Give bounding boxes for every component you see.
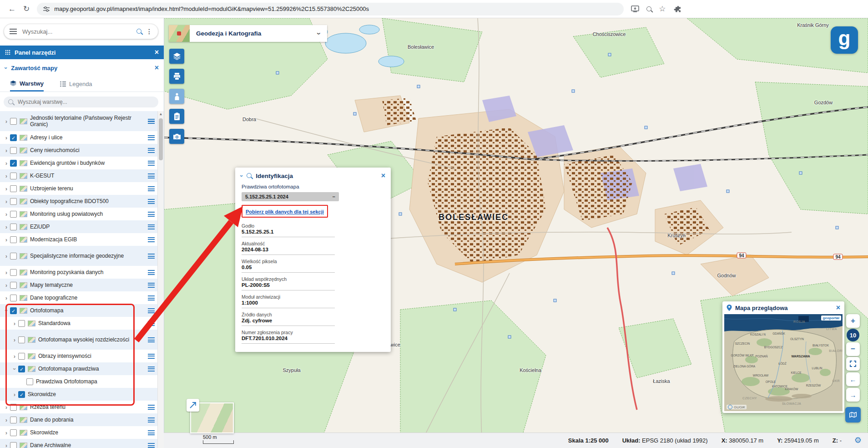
layer-checkbox[interactable] bbox=[10, 253, 17, 260]
map-share-button[interactable] bbox=[845, 407, 861, 423]
layer-menu-icon[interactable] bbox=[148, 199, 155, 204]
layer-menu-icon[interactable] bbox=[148, 405, 155, 410]
layer-menu-icon[interactable] bbox=[148, 354, 155, 359]
layer-row[interactable]: ›Dane Archiwalne bbox=[0, 439, 157, 448]
layer-row[interactable]: ›Jednostki terytorialne (Państwowy Rejes… bbox=[0, 111, 157, 131]
site-settings-icon[interactable] bbox=[43, 6, 50, 12]
layer-checkbox[interactable] bbox=[10, 442, 17, 448]
layer-row[interactable]: ›Ceny nieruchomości bbox=[0, 144, 157, 157]
chevron-down-icon[interactable]: › bbox=[314, 32, 323, 35]
layer-row[interactable]: ›Rzeźba terenu bbox=[0, 401, 157, 413]
previous-extent-button[interactable]: ← bbox=[846, 372, 860, 386]
layer-menu-icon[interactable] bbox=[148, 270, 155, 275]
layer-row[interactable]: ›Dane do pobrania bbox=[0, 413, 157, 426]
layer-row[interactable]: ›Mapy tematyczne bbox=[0, 279, 157, 291]
download-data-link[interactable]: Pobierz plik danych dla tej sekcji bbox=[246, 209, 324, 214]
scrollbar[interactable]: ▲ bbox=[157, 111, 164, 448]
settings-gear-icon[interactable]: ⚙ bbox=[854, 436, 862, 444]
extensions-puzzle-icon[interactable] bbox=[673, 5, 681, 13]
layer-row[interactable]: ›Ortofotomapa wysokiej rozdzielczości bbox=[0, 330, 157, 350]
chevron-right-icon[interactable]: › bbox=[3, 185, 10, 192]
chevron-right-icon[interactable]: › bbox=[3, 236, 10, 243]
layer-menu-icon[interactable] bbox=[148, 308, 155, 313]
layer-row[interactable]: ›Obiekty topograficzne BDOT500 bbox=[0, 195, 157, 208]
layer-checkbox[interactable] bbox=[10, 295, 17, 301]
address-bar[interactable]: mapy.geoportal.gov.pl/imapnext/imap/inde… bbox=[37, 3, 624, 15]
chevron-right-icon[interactable]: › bbox=[3, 417, 10, 423]
layer-menu-icon[interactable] bbox=[148, 186, 155, 191]
layer-menu-icon[interactable] bbox=[148, 337, 155, 342]
zoom-in-button[interactable]: + bbox=[846, 314, 860, 328]
overview-map[interactable]: ROSJALITWABIAŁORUŚUKRCZECHYSŁOWACJASZCZE… bbox=[724, 314, 843, 411]
chevron-right-icon[interactable]: › bbox=[3, 404, 10, 411]
layer-row[interactable]: ›✓Ortofotomapa bbox=[0, 304, 157, 317]
layers-tool-button[interactable] bbox=[169, 49, 184, 64]
chevron-right-icon[interactable]: › bbox=[3, 173, 10, 179]
bookmark-star-icon[interactable]: ☆ bbox=[659, 5, 666, 13]
chevron-right-icon[interactable]: › bbox=[3, 211, 10, 218]
layer-menu-icon[interactable] bbox=[148, 224, 155, 229]
chevron-right-icon[interactable]: › bbox=[3, 198, 10, 205]
layer-search-bar[interactable] bbox=[4, 97, 158, 107]
identify-section-header[interactable]: 5.152.25.25.1 2024 − bbox=[242, 192, 339, 201]
expand-panel-button[interactable] bbox=[187, 399, 199, 412]
layer-menu-icon[interactable] bbox=[148, 237, 155, 242]
layer-row[interactable]: ›Specjalistyczne informacje geodezyjne bbox=[0, 246, 157, 266]
layer-row[interactable]: ›Obrazy intensywności bbox=[0, 350, 157, 362]
chevron-right-icon[interactable]: › bbox=[3, 253, 10, 260]
fullscreen-button[interactable] bbox=[846, 357, 860, 371]
close-icon[interactable]: × bbox=[836, 304, 840, 312]
tab-legenda[interactable]: Legenda bbox=[60, 76, 92, 92]
layer-checkbox[interactable] bbox=[10, 269, 17, 276]
search-input[interactable] bbox=[21, 28, 132, 36]
layer-row[interactable]: ›Skorowidze bbox=[0, 426, 157, 439]
chevron-right-icon[interactable]: › bbox=[3, 442, 10, 448]
screenshot-tool-button[interactable] bbox=[169, 129, 184, 144]
next-extent-button[interactable]: → bbox=[846, 388, 860, 402]
layer-checkbox[interactable] bbox=[10, 404, 17, 411]
layer-checkbox[interactable] bbox=[18, 353, 25, 360]
chevron-right-icon[interactable]: › bbox=[3, 429, 10, 436]
search-icon[interactable] bbox=[136, 27, 141, 36]
layer-row[interactable]: ›Monitoring usług powiatowych bbox=[0, 208, 157, 220]
chevron-right-icon[interactable]: › bbox=[11, 336, 18, 343]
module-selector[interactable]: Geodezja i Kartografia › bbox=[169, 25, 327, 42]
layer-row[interactable]: ›✓Ewidencja gruntów i budynków bbox=[0, 157, 157, 169]
scrollbar-thumb[interactable] bbox=[159, 118, 163, 160]
layer-menu-icon[interactable] bbox=[148, 430, 155, 435]
zoom-out-button[interactable]: − bbox=[846, 342, 860, 356]
layer-checkbox[interactable] bbox=[10, 211, 17, 218]
layer-checkbox[interactable] bbox=[26, 378, 33, 385]
chevron-right-icon[interactable]: › bbox=[3, 295, 10, 301]
chevron-down-icon[interactable]: › bbox=[11, 365, 18, 372]
layer-checkbox[interactable] bbox=[10, 236, 17, 243]
layer-row[interactable]: ›✓Ortofotomapa prawdziwa bbox=[0, 362, 157, 375]
layer-checkbox[interactable] bbox=[18, 320, 25, 327]
browser-reload-icon[interactable]: ↻ bbox=[23, 5, 30, 13]
chevron-right-icon[interactable]: › bbox=[11, 353, 18, 360]
layer-row[interactable]: ›Monitoring pozyskania danych bbox=[0, 266, 157, 279]
chevron-down-icon[interactable]: › bbox=[3, 307, 10, 314]
layer-row[interactable]: ›K-GESUT bbox=[0, 169, 157, 182]
layer-row[interactable]: ›Standardowa bbox=[0, 317, 157, 330]
layer-menu-icon[interactable] bbox=[148, 321, 155, 326]
layer-checkbox[interactable]: ✓ bbox=[10, 307, 17, 314]
collapse-minus-icon[interactable]: − bbox=[333, 194, 335, 199]
chevron-right-icon[interactable]: › bbox=[3, 160, 10, 167]
chevron-down-icon[interactable]: › bbox=[238, 175, 245, 177]
geoportal-logo[interactable]: g bbox=[831, 26, 858, 54]
chevron-right-icon[interactable]: › bbox=[3, 147, 10, 154]
layer-menu-icon[interactable] bbox=[148, 443, 155, 448]
layer-row[interactable]: ›Modernizacja EGIB bbox=[0, 233, 157, 246]
layer-menu-icon[interactable] bbox=[148, 161, 155, 166]
layer-menu-icon[interactable] bbox=[148, 283, 155, 288]
layer-row[interactable]: ›EZiUDP bbox=[0, 220, 157, 233]
close-icon[interactable]: × bbox=[155, 64, 159, 72]
layer-checkbox[interactable] bbox=[10, 118, 17, 125]
layer-checkbox[interactable]: ✓ bbox=[10, 134, 17, 141]
layer-row[interactable]: ›✓Adresy i ulice bbox=[0, 131, 157, 144]
global-search-bar[interactable]: ⋮ bbox=[4, 24, 158, 39]
tab-warstwy[interactable]: Warstwy bbox=[10, 76, 44, 92]
chevron-right-icon[interactable]: › bbox=[3, 282, 10, 289]
layer-checkbox[interactable] bbox=[10, 147, 17, 154]
